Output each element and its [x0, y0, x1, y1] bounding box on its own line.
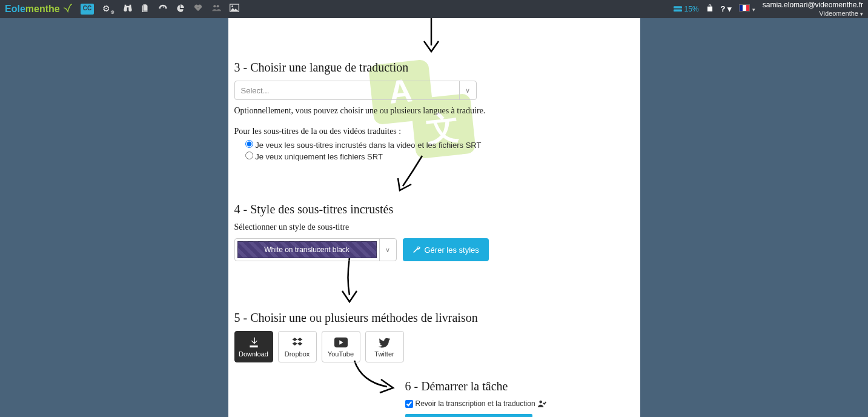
- cc-icon[interactable]: CC: [81, 4, 94, 15]
- step3-title: 3 - Choisir une langue de traduction: [234, 61, 634, 75]
- pie-chart-icon[interactable]: [176, 4, 185, 15]
- svg-point-11: [539, 401, 542, 404]
- arrow-icon: [337, 258, 362, 306]
- logo-part1: Eole: [5, 4, 25, 15]
- manage-styles-button[interactable]: Gérer les styles: [403, 238, 489, 261]
- manage-styles-label: Gérer les styles: [425, 245, 479, 255]
- radio-subtitle-embed[interactable]: Je veux les sous-titres incrustés dans l…: [245, 140, 634, 150]
- delivery-youtube-label: YouTube: [328, 350, 354, 358]
- radio-srtonly-input[interactable]: [245, 152, 253, 159]
- svg-rect-5: [674, 10, 682, 12]
- radio1-label: Je veux les sous-titres incrustés dans l…: [255, 141, 481, 150]
- gears-icon[interactable]: ⚙⚙: [102, 4, 114, 15]
- step4-title: 4 - Style des sous-titres incrustés: [234, 202, 634, 216]
- dashboard-icon[interactable]: [158, 4, 168, 15]
- review-checkbox[interactable]: [405, 400, 413, 408]
- svg-point-3: [231, 5, 233, 7]
- svg-rect-4: [674, 6, 682, 8]
- binoculars-icon[interactable]: [123, 4, 133, 15]
- user-check-icon: [538, 400, 546, 407]
- step4-subtitle: Sélectionner un style de sous-titre: [234, 222, 634, 232]
- topbar: Eolementhe CC ⚙⚙ 15%: [0, 0, 868, 18]
- logo[interactable]: Eolementhe: [5, 2, 73, 16]
- arrow-icon: [419, 18, 443, 55]
- topbar-right: 15% ? ▾ ▾ samia.elomari@videomenthe.fr V…: [674, 1, 863, 18]
- language-flag[interactable]: ▾: [739, 4, 755, 13]
- delivery-youtube[interactable]: YouTube: [322, 331, 360, 362]
- user-org: Videomenthe: [819, 10, 858, 17]
- delivery-twitter[interactable]: Twitter: [365, 331, 404, 362]
- help-icon[interactable]: ? ▾: [721, 4, 732, 13]
- storage-icon: [674, 6, 682, 12]
- radio-embed-input[interactable]: [245, 140, 253, 148]
- svg-point-0: [213, 5, 216, 7]
- translation-language-select[interactable]: Select... ∨: [234, 81, 477, 100]
- radio-subtitle-srt-only[interactable]: Je veux uniquement les fichiers SRT: [245, 152, 634, 161]
- delivery-dropbox[interactable]: Dropbox: [278, 331, 317, 362]
- chevron-down-icon: ∨: [379, 239, 396, 261]
- users-icon[interactable]: [211, 4, 221, 15]
- storage-indicator[interactable]: 15%: [674, 5, 699, 13]
- nav-icons: CC ⚙⚙: [81, 4, 239, 15]
- step3-helper: Optionnellement, vous pouvez choisir une…: [234, 106, 634, 116]
- step6-title: 6 - Démarrer la tâche: [405, 379, 634, 393]
- storage-percent: 15%: [684, 5, 699, 13]
- image-icon[interactable]: [230, 4, 239, 15]
- logo-part2: menthe: [25, 4, 60, 15]
- youtube-icon: [334, 336, 348, 349]
- delivery-twitter-label: Twitter: [374, 350, 394, 358]
- radio2-label: Je veux uniquement les fichiers SRT: [255, 152, 383, 161]
- delivery-dropbox-label: Dropbox: [285, 350, 310, 358]
- twitter-icon: [379, 336, 391, 349]
- wrench-icon: [412, 245, 421, 254]
- files-icon[interactable]: [141, 4, 150, 15]
- delivery-download[interactable]: Download: [234, 331, 273, 362]
- delivery-download-label: Download: [239, 350, 268, 358]
- chevron-down-icon: ∨: [459, 81, 476, 99]
- page-content: A 文 3 - Choisir une langue de traduction…: [228, 18, 640, 417]
- lock-icon[interactable]: [706, 4, 714, 14]
- user-email: samia.elomari@videomenthe.fr: [763, 1, 863, 9]
- select-placeholder: Select...: [235, 86, 459, 95]
- svg-point-1: [217, 5, 219, 7]
- user-menu[interactable]: samia.elomari@videomenthe.fr Videomenthe…: [763, 1, 863, 18]
- step5-title: 5 - Choisir une ou plusieurs méthodes de…: [234, 311, 634, 325]
- download-icon: [248, 336, 260, 349]
- logo-check-icon: [62, 2, 73, 16]
- arrow-icon: [350, 358, 398, 394]
- step3-note: Pour les sous-titres de la ou des vidéos…: [234, 127, 634, 136]
- heartbeat-icon[interactable]: [193, 4, 203, 15]
- subtitle-style-select[interactable]: White on translucent black ∨: [234, 238, 397, 261]
- dropbox-icon: [291, 336, 303, 349]
- review-label: Revoir la transcription et la traduction: [416, 399, 535, 408]
- start-button[interactable]: Démarrer: [405, 414, 532, 417]
- subtitle-style-chip: White on translucent black: [237, 241, 377, 258]
